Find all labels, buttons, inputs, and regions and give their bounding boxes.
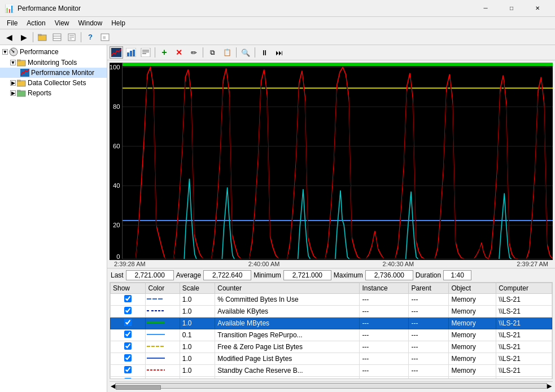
duration-value[interactable] (443, 270, 471, 280)
folder-button[interactable] (36, 31, 49, 43)
table-row[interactable]: 1.0 Modified Page List Bytes --- --- Mem… (111, 353, 552, 365)
col-show[interactable]: Show (111, 283, 146, 294)
col-color[interactable]: Color (146, 283, 180, 294)
show-cell[interactable] (111, 365, 146, 377)
counter-cell: Free & Zero Page List Bytes (215, 341, 360, 353)
chart-container: 100 80 60 40 20 0 (110, 63, 553, 260)
min-label: Minimum (254, 271, 281, 279)
expand-performance[interactable]: ▼ (2, 49, 8, 55)
show-cell[interactable] (111, 377, 146, 380)
counter-table-wrapper[interactable]: Show Color Scale Counter Instance Parent… (110, 282, 553, 379)
stats-bar: Last Average Minimum Maximum Duration (107, 268, 555, 282)
help-button[interactable]: ? (84, 31, 97, 43)
view-graph-button[interactable] (110, 46, 123, 59)
instance-cell: --- (360, 318, 409, 329)
sidebar-item-performance[interactable]: ▼ Performance (0, 46, 107, 58)
table-row[interactable]: 1.0 Standby Cache Reserve B... --- --- M… (111, 365, 552, 377)
menu-window[interactable]: Window (74, 18, 107, 28)
counter-properties-button[interactable]: ✏ (187, 46, 200, 59)
menu-help[interactable]: Help (107, 18, 130, 28)
svg-rect-14 (17, 60, 20, 61)
min-value[interactable] (283, 270, 331, 280)
instance-cell: --- (360, 353, 409, 365)
menu-bar: File Action View Window Help (0, 17, 555, 29)
minimize-button[interactable]: ─ (473, 0, 499, 17)
view-histogram-button[interactable] (124, 46, 138, 59)
close-button[interactable]: ✕ (525, 0, 550, 17)
pm-toolbar: + ✕ ✏ ⧉ 📋 🔍 ⏸ ⏭ (107, 45, 555, 60)
table-row[interactable]: 1.0 % Committed Bytes In Use --- --- Mem… (111, 294, 552, 306)
last-label: Last (111, 271, 124, 279)
highlight-button[interactable]: 🔍 (239, 46, 252, 59)
list-button[interactable] (50, 31, 64, 43)
last-value[interactable] (126, 270, 174, 280)
folder-icon-monitoring (17, 59, 26, 67)
info-button[interactable]: ≡ (98, 31, 112, 43)
update-button[interactable]: ⏭ (272, 46, 286, 59)
horizontal-scrollbar[interactable]: ◀ ▶ (110, 381, 553, 390)
delete-counter-button[interactable]: ✕ (172, 46, 186, 59)
table-row[interactable]: 1.0 Free & Zero Page List Bytes --- --- … (111, 341, 552, 353)
duration-label: Duration (416, 271, 441, 279)
svg-rect-29 (110, 63, 553, 260)
max-value[interactable] (365, 270, 413, 280)
maximize-button[interactable]: □ (499, 0, 525, 17)
show-cell[interactable] (111, 341, 146, 353)
menu-view[interactable]: View (50, 18, 74, 28)
parent-cell: --- (409, 341, 449, 353)
add-counter-button[interactable]: + (158, 46, 171, 59)
col-counter[interactable]: Counter (215, 283, 360, 294)
instance-cell: --- (360, 306, 409, 318)
show-cell[interactable] (111, 353, 146, 365)
col-instance[interactable]: Instance (360, 283, 409, 294)
view-report-button[interactable] (139, 46, 152, 59)
expand-datacollector[interactable]: ▶ (10, 80, 16, 86)
scroll-left-btn[interactable]: ◀ (111, 382, 115, 390)
properties-button[interactable] (65, 31, 78, 43)
sidebar-item-data-collector[interactable]: ▶ Data Collector Sets (0, 78, 107, 88)
table-row[interactable]: 1.0 Available MBytes --- --- Memory \\LS… (111, 318, 552, 329)
table-row[interactable]: 1.0 Standby Cache Normal Pr... --- --- M… (111, 377, 552, 380)
sidebar-item-performance-monitor[interactable]: Performance Monitor (0, 68, 107, 78)
show-cell[interactable] (111, 318, 146, 329)
folder-icon-datacollector (17, 79, 26, 87)
forward-button[interactable]: ▶ (17, 31, 30, 43)
col-computer[interactable]: Computer (496, 283, 552, 294)
avg-value[interactable] (203, 270, 251, 280)
computer-cell: \\LS-21 (496, 365, 552, 377)
col-scale[interactable]: Scale (180, 283, 215, 294)
svg-point-12 (13, 51, 15, 53)
gauge-icon (9, 47, 18, 56)
show-cell[interactable] (111, 306, 146, 318)
scroll-right-btn[interactable]: ▶ (547, 382, 552, 390)
back-button[interactable]: ◀ (2, 31, 16, 43)
copy-button[interactable]: ⧉ (206, 46, 219, 59)
scale-cell: 1.0 (180, 353, 215, 365)
svg-rect-25 (141, 48, 150, 57)
scale-cell: 1.0 (180, 365, 215, 377)
table-row[interactable]: 1.0 Available KBytes --- --- Memory \\LS… (111, 306, 552, 318)
show-cell[interactable] (111, 294, 146, 306)
svg-text:60: 60 (113, 143, 120, 149)
pause-button[interactable]: ⏸ (257, 46, 271, 59)
show-cell[interactable] (111, 329, 146, 341)
color-cell (146, 377, 180, 380)
col-object[interactable]: Object (449, 283, 496, 294)
parent-cell: --- (409, 365, 449, 377)
menu-action[interactable]: Action (22, 18, 50, 28)
paste-button[interactable]: 📋 (220, 46, 234, 59)
table-row[interactable]: 0.1 Transition Pages RePurpo... --- --- … (111, 329, 552, 341)
sidebar-item-reports[interactable]: ▶ Reports (0, 88, 107, 98)
color-cell (146, 341, 180, 353)
max-label: Maximum (334, 271, 363, 279)
svg-text:20: 20 (113, 222, 120, 228)
expand-reports[interactable]: ▶ (10, 90, 16, 96)
object-cell: Memory (449, 329, 496, 341)
main-layout: ▼ Performance ▼ Monitoring Tools Perform… (0, 45, 555, 392)
expand-monitoring[interactable]: ▼ (10, 60, 16, 65)
col-parent[interactable]: Parent (409, 283, 449, 294)
scale-cell: 1.0 (180, 294, 215, 306)
menu-file[interactable]: File (2, 18, 22, 28)
sidebar-item-monitoring-tools[interactable]: ▼ Monitoring Tools (0, 58, 107, 68)
scroll-track[interactable] (115, 383, 547, 389)
